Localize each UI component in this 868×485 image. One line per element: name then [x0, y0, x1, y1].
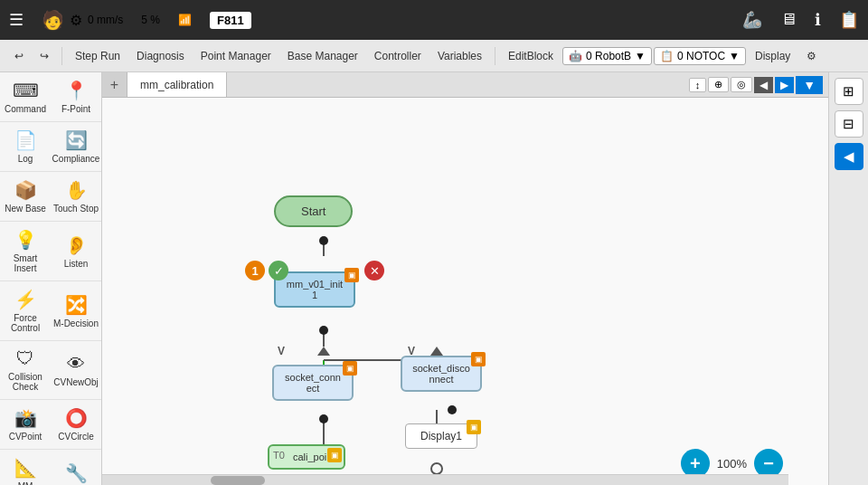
notoc-icon: 📋	[660, 50, 674, 62]
sidebar-item-mminit[interactable]: 🔧 MM init	[51, 450, 101, 485]
tab-ctrl-3[interactable]: ◎	[731, 77, 752, 92]
command-label: Command	[5, 104, 46, 114]
sidebar-item-smartinsert[interactable]: 💡 Smart Insert	[0, 222, 51, 281]
socket-disconnect-corner-icon: ▣	[471, 352, 486, 366]
undo-icon: ↩	[14, 50, 24, 62]
cali-point-node[interactable]: T0 cali_point ▣	[268, 444, 345, 470]
monitor-icon[interactable]: 🖥	[780, 10, 797, 30]
robot-arm-icon[interactable]: 🦾	[742, 10, 762, 30]
diagnosis-button[interactable]: Diagnosis	[129, 46, 192, 66]
tab-ctrl-2[interactable]: ⊕	[708, 77, 729, 92]
socket-connect-box: socket_conn ect ▣	[272, 365, 354, 401]
cali-point-box: T0 cali_point ▣	[268, 444, 345, 470]
redo-button[interactable]: ↪	[33, 46, 56, 66]
clipboard-icon[interactable]: 📋	[839, 10, 859, 30]
settings-button[interactable]: ⚙	[799, 46, 824, 66]
cali-point-corner-icon: ▣	[327, 448, 342, 462]
start-label: Start	[274, 195, 353, 227]
rp-toggle-button[interactable]: ◀	[835, 143, 863, 170]
cvpoint-icon: 📸	[14, 407, 37, 429]
hamburger-menu[interactable]: ☰	[9, 10, 24, 30]
svg-point-8	[431, 463, 442, 474]
sidebar-item-touchstop[interactable]: ✋ Touch Stop	[51, 172, 101, 222]
sidebar-item-cvcircle[interactable]: ⭕ CVCircle	[51, 400, 101, 450]
tab-arrow-right[interactable]: ▶	[775, 77, 794, 93]
main-layout: ⌨ Command 📍 F-Point 📄 Log 🔄 Compliance 📦…	[0, 72, 868, 485]
mm-v01-init-label: mm_v01_init	[285, 279, 344, 290]
sidebar-row-4: 💡 Smart Insert 👂 Listen	[0, 222, 101, 281]
f-badge: F811	[210, 12, 251, 29]
point-manager-button[interactable]: Point Manager	[193, 46, 278, 66]
socket-connect-corner-icon: ▣	[343, 361, 357, 376]
person-icon: 🧑	[42, 9, 64, 31]
command-icon: ⌨	[13, 80, 39, 101]
add-tab-button[interactable]: +	[102, 72, 127, 97]
cvcircle-label: CVCircle	[58, 432, 93, 442]
speed-icon: ⚙	[70, 12, 82, 29]
redo-icon: ↪	[40, 50, 49, 62]
sidebar-item-fpoint[interactable]: 📍 F-Point	[51, 72, 101, 122]
conn-dot-2	[319, 326, 328, 335]
sidebar-row-2: 📄 Log 🔄 Compliance	[0, 122, 101, 172]
socket-connect-node[interactable]: socket_conn ect ▣	[272, 365, 354, 401]
info-icon[interactable]: ℹ	[815, 10, 821, 30]
sidebar-item-command[interactable]: ⌨ Command	[0, 72, 51, 122]
scrollbar-thumb[interactable]	[211, 476, 265, 485]
sidebar-item-listen[interactable]: 👂 Listen	[51, 222, 101, 281]
display1-box: Display1 ▣	[405, 423, 477, 449]
controller-button[interactable]: Controller	[367, 46, 429, 66]
display1-node[interactable]: Display1 ▣	[405, 423, 477, 449]
fpoint-icon: 📍	[65, 80, 88, 101]
sidebar-item-mdecision[interactable]: 🔀 M-Decision	[51, 281, 101, 341]
sidebar-item-newbase[interactable]: 📦 New Base	[0, 172, 51, 222]
tab-dropdown-button[interactable]: ▼	[796, 76, 823, 94]
signal-icon: 📶	[178, 14, 192, 26]
mm-v01-init-num: 1	[285, 290, 344, 300]
toolbar-separator	[61, 47, 62, 65]
display1-label: Display1	[420, 430, 462, 442]
mmcalibration-icon: 📐	[14, 457, 37, 479]
rp-minus-button[interactable]: ⊟	[835, 110, 863, 138]
tab-mm-calibration[interactable]: mm_calibration	[127, 72, 227, 97]
undo-button[interactable]: ↩	[7, 46, 31, 66]
red-x-badge: ✕	[364, 261, 384, 281]
socket-connect-label2: ect	[283, 383, 343, 394]
tab-arrow-left[interactable]: ◀	[754, 77, 773, 93]
canvas-area[interactable]: + mm_calibration ↕ ⊕ ◎ ◀ ▶ ▼	[102, 72, 828, 485]
variables-button[interactable]: Variables	[430, 46, 489, 66]
base-manager-button[interactable]: Base Manager	[280, 46, 365, 66]
sidebar-item-mmcalibration[interactable]: 📐 MM calibration	[0, 450, 51, 485]
sidebar-item-log[interactable]: 📄 Log	[0, 122, 51, 172]
collisioncheck-icon: 🛡	[16, 348, 34, 369]
mdecision-label: M-Decision	[53, 319, 99, 328]
display-button[interactable]: Display	[748, 46, 797, 66]
svg-marker-10	[430, 347, 443, 356]
newbase-icon: 📦	[14, 179, 37, 201]
sidebar-item-cvnewobj[interactable]: 👁 CVNewObj	[51, 341, 101, 400]
sidebar-item-forcecontrol[interactable]: ⚡ Force Control	[0, 281, 51, 341]
sidebar-row-3: 📦 New Base ✋ Touch Stop	[0, 172, 101, 222]
horizontal-scrollbar[interactable]	[102, 474, 788, 485]
t0-label: T0	[273, 450, 285, 461]
rp-grid-button[interactable]: ⊞	[835, 78, 863, 105]
start-node[interactable]: Start	[274, 195, 353, 227]
sidebar-item-compliance[interactable]: 🔄 Compliance	[51, 122, 101, 172]
flow-canvas[interactable]: Start 1 ✓ ✕ mm_v01_init 1 ▣	[102, 98, 828, 485]
smartinsert-label: Smart Insert	[2, 253, 49, 273]
touchstop-label: Touch Stop	[53, 204, 99, 214]
socket-disconnect-node[interactable]: socket_disco nnect ▣	[401, 356, 482, 392]
forcecontrol-icon: ⚡	[14, 289, 37, 310]
sidebar-item-collisioncheck[interactable]: 🛡 Collision Check	[0, 341, 51, 400]
sidebar-item-cvpoint[interactable]: 📸 CVPoint	[0, 400, 51, 450]
newbase-label: New Base	[5, 204, 46, 214]
robot-dropdown[interactable]: 🤖 0 RobotB ▼	[562, 47, 652, 65]
notoc-label: 0 NOTOC	[677, 50, 725, 62]
notoc-dropdown[interactable]: 📋 0 NOTOC ▼	[654, 47, 746, 65]
cvnewobj-label: CVNewObj	[53, 377, 98, 387]
listen-icon: 👂	[65, 234, 88, 256]
tab-ctrl-1[interactable]: ↕	[689, 78, 707, 92]
listen-label: Listen	[64, 259, 89, 269]
tab-bar: + mm_calibration ↕ ⊕ ◎ ◀ ▶ ▼	[102, 72, 828, 98]
step-run-button[interactable]: Step Run	[68, 46, 127, 66]
edit-block-button[interactable]: EditBlock	[501, 46, 561, 66]
